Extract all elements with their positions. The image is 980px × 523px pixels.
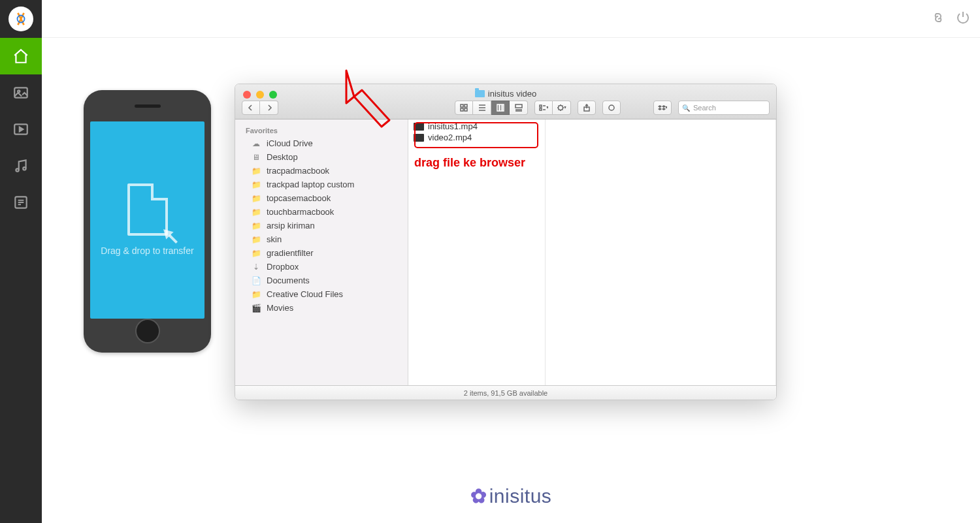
sidebar-favorite-item[interactable]: 📁gradientfilter bbox=[235, 246, 408, 260]
finder-title: inisitus video bbox=[235, 89, 776, 99]
favorite-label: Dropbox bbox=[267, 262, 299, 272]
favorites-header: Favorites bbox=[235, 123, 408, 136]
xender-logo-icon bbox=[8, 7, 33, 31]
svg-point-16 bbox=[558, 106, 563, 110]
svg-rect-13 bbox=[515, 104, 522, 108]
folder-icon: 📁 bbox=[251, 290, 261, 298]
search-input[interactable]: Search bbox=[678, 101, 770, 115]
file-item[interactable]: inisitus1.mp4 bbox=[408, 121, 545, 132]
link-icon[interactable] bbox=[930, 10, 946, 28]
tags-button[interactable] bbox=[602, 101, 621, 115]
folder-icon: 📁 bbox=[251, 249, 261, 257]
sidebar-favorite-item[interactable]: 📁tracpadmacbook bbox=[235, 164, 408, 178]
finder-window: inisitus video bbox=[235, 84, 777, 400]
favorite-label: trackpad laptop custom bbox=[267, 180, 354, 189]
watermark-logo-icon: ✿ bbox=[470, 484, 487, 507]
finder-title-text: inisitus video bbox=[488, 89, 536, 99]
action-button[interactable] bbox=[553, 101, 571, 115]
search-placeholder: Search bbox=[693, 104, 716, 112]
favorite-label: gradientfilter bbox=[267, 248, 314, 258]
phone-preview: Drag & drop to transfer bbox=[84, 90, 211, 353]
forward-button[interactable] bbox=[260, 101, 278, 115]
favorite-label: tracpadmacbook bbox=[267, 166, 329, 176]
svg-point-3 bbox=[16, 168, 18, 171]
app-sidebar bbox=[0, 0, 42, 523]
folder-icon: 📁 bbox=[251, 180, 261, 189]
view-buttons bbox=[455, 101, 528, 115]
back-button[interactable] bbox=[242, 101, 260, 115]
phone-drop-zone[interactable]: Drag & drop to transfer bbox=[90, 121, 204, 319]
favorite-label: Movies bbox=[267, 303, 293, 313]
sidebar-favorite-item[interactable]: ⇣Dropbox bbox=[235, 260, 408, 274]
favorite-label: Creative Cloud Files bbox=[267, 289, 343, 299]
video-icon bbox=[12, 121, 29, 138]
cloud-icon: ☁︎ bbox=[251, 139, 261, 148]
dropbox-icon: ⇣ bbox=[251, 262, 261, 271]
favorite-label: skin bbox=[267, 234, 282, 244]
svg-point-18 bbox=[609, 105, 614, 110]
finder-toolbar: Search bbox=[242, 100, 770, 116]
documents-icon: 📄 bbox=[251, 276, 261, 285]
main-content: Drag & drop to transfer inisitus video bbox=[42, 38, 980, 523]
top-bar bbox=[42, 0, 980, 38]
sidebar-favorite-item[interactable]: 🖥Desktop bbox=[235, 150, 408, 164]
file-item[interactable]: video2.mp4 bbox=[408, 132, 545, 143]
watermark: ✿ inisitus bbox=[42, 484, 980, 507]
sidebar-item-photos[interactable] bbox=[0, 74, 42, 111]
video-thumbnail-icon bbox=[414, 134, 424, 142]
file-name: video2.mp4 bbox=[428, 133, 472, 142]
svg-rect-11 bbox=[500, 104, 502, 111]
column-view-button[interactable] bbox=[491, 101, 510, 115]
sidebar-favorite-item[interactable]: ☁︎iCloud Drive bbox=[235, 136, 408, 150]
svg-rect-10 bbox=[497, 104, 499, 111]
arrange-buttons bbox=[534, 101, 571, 115]
power-icon[interactable] bbox=[955, 10, 971, 28]
app-logo bbox=[0, 0, 42, 38]
list-view-button[interactable] bbox=[473, 101, 491, 115]
sidebar-item-music[interactable] bbox=[0, 148, 42, 184]
document-icon bbox=[12, 194, 29, 211]
sidebar-item-home[interactable] bbox=[0, 38, 42, 74]
sidebar-favorite-item[interactable]: 📁topcasemacbook bbox=[235, 191, 408, 205]
nav-buttons bbox=[242, 101, 278, 115]
icon-view-button[interactable] bbox=[455, 101, 473, 115]
share-button[interactable] bbox=[578, 101, 596, 115]
svg-rect-14 bbox=[540, 105, 542, 107]
svg-rect-9 bbox=[465, 108, 467, 111]
favorite-label: touchbarmacbook bbox=[267, 207, 334, 217]
favorite-label: topcasemacbook bbox=[267, 193, 331, 203]
sidebar-favorite-item[interactable]: 📁arsip kiriman bbox=[235, 219, 408, 232]
sidebar-favorite-item[interactable]: 📁trackpad laptop custom bbox=[235, 178, 408, 191]
svg-point-4 bbox=[23, 167, 25, 170]
favorite-label: Documents bbox=[267, 276, 310, 285]
sidebar-favorite-item[interactable]: 🎬Movies bbox=[235, 301, 408, 315]
folder-icon: 📁 bbox=[251, 221, 261, 230]
folder-icon: 📁 bbox=[251, 166, 261, 175]
sidebar-favorite-item[interactable]: 📁touchbarmacbook bbox=[235, 205, 408, 219]
music-icon bbox=[12, 157, 29, 174]
file-drop-icon bbox=[127, 183, 168, 236]
sidebar-favorite-item[interactable]: 📁skin bbox=[235, 232, 408, 246]
folder-icon: 📁 bbox=[251, 208, 261, 216]
svg-rect-8 bbox=[461, 108, 463, 111]
svg-rect-12 bbox=[502, 104, 504, 111]
svg-rect-6 bbox=[461, 104, 463, 107]
arrange-button[interactable] bbox=[534, 101, 553, 115]
phone-drop-text: Drag & drop to transfer bbox=[101, 245, 193, 257]
sidebar-item-videos[interactable] bbox=[0, 111, 42, 148]
movies-icon: 🎬 bbox=[251, 304, 261, 312]
sidebar-favorite-item[interactable]: 📁Creative Cloud Files bbox=[235, 287, 408, 301]
sidebar-favorite-item[interactable]: 📄Documents bbox=[235, 274, 408, 287]
sidebar-item-documents[interactable] bbox=[0, 184, 42, 221]
video-thumbnail-icon bbox=[414, 123, 424, 131]
coverflow-view-button[interactable] bbox=[510, 101, 528, 115]
annotation-text: drag file ke browser bbox=[414, 156, 525, 170]
photo-icon bbox=[12, 84, 29, 101]
favorite-label: arsip kiriman bbox=[267, 221, 315, 230]
dropbox-button[interactable] bbox=[653, 101, 672, 115]
file-column-empty bbox=[546, 119, 776, 385]
svg-rect-7 bbox=[465, 104, 467, 107]
desktop-icon: 🖥 bbox=[251, 153, 261, 161]
finder-titlebar[interactable]: inisitus video bbox=[235, 84, 776, 119]
svg-rect-15 bbox=[540, 108, 542, 110]
